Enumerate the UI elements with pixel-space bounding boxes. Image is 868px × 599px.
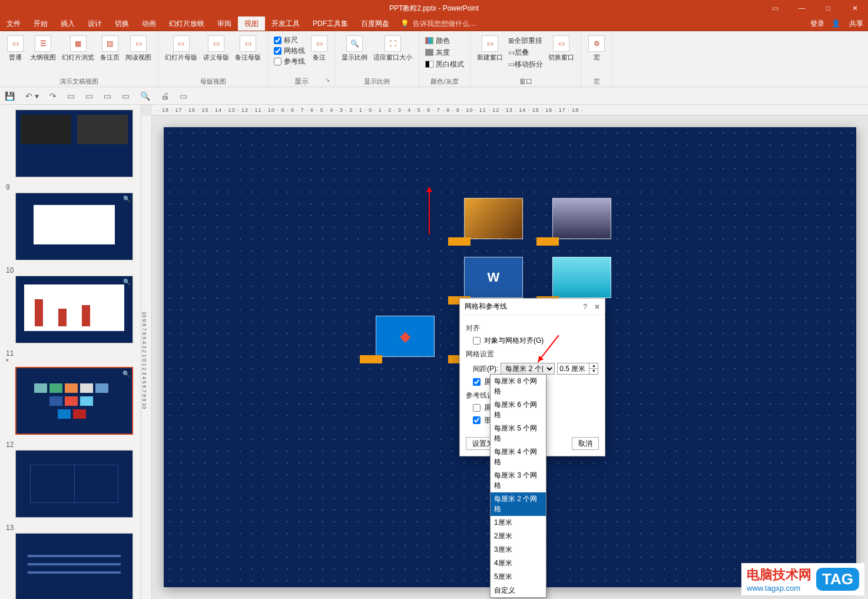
notes-master-button[interactable]: ▭备注母版 — [232, 34, 264, 63]
thumbnail[interactable]: 12 — [6, 441, 135, 518]
bw-mode-button[interactable]: 黑白模式 — [425, 58, 464, 70]
tab-pdf[interactable]: PDF工具集 — [306, 16, 355, 31]
qat-button-2[interactable]: ▭ — [85, 91, 93, 101]
show-dialog-launcher[interactable]: ↘ — [325, 75, 330, 85]
dropdown-option[interactable]: 3厘米 — [491, 543, 546, 557]
dropdown-option[interactable]: 每厘米 8 个网格 — [491, 375, 546, 398]
magnify-icon: 🔍 — [122, 370, 130, 377]
watermark-tag: TAG — [816, 568, 859, 591]
qat-button-4[interactable]: ▭ — [122, 91, 130, 101]
ruler-checkbox[interactable]: 标尺 — [274, 35, 305, 45]
tab-developer[interactable]: 开发工具 — [265, 16, 306, 31]
arrange-all-button[interactable]: ⊞ 全部重排 — [508, 35, 543, 47]
thumbnail-active[interactable]: 11*🔍 — [6, 349, 135, 435]
spacing-select[interactable]: 每厘米 2 个网格 — [501, 363, 555, 375]
dropdown-option[interactable]: 每厘米 4 个网格 — [491, 445, 546, 469]
zoom-button[interactable]: 🔍显示比例 — [339, 34, 370, 63]
gridlines-checkbox[interactable]: 网格线 — [274, 45, 305, 56]
thumbnail[interactable]: 10🔍 — [6, 266, 135, 343]
watermark-url: www.tagxp.com — [747, 584, 811, 593]
tell-me[interactable]: 💡 告诉我您想做什么… — [400, 16, 476, 31]
group-label: 显示↘ — [271, 76, 331, 87]
watermark-title: 电脑技术网 — [747, 566, 811, 584]
move-split-button[interactable]: ▭ 移动拆分 — [508, 58, 543, 70]
tab-file[interactable]: 文件 — [0, 16, 27, 31]
tab-design[interactable]: 设计 — [81, 16, 108, 31]
maximize-button[interactable]: □ — [815, 0, 842, 16]
quick-access-toolbar: 💾 ↶ ▾ ↷ ▭ ▭ ▭ ▭ 🔍 🖨 ▭ — [0, 87, 868, 105]
group-label: 宏 — [585, 76, 608, 87]
qat-button-7[interactable]: ▭ — [180, 91, 187, 101]
outline-view-button[interactable]: ☰大纲视图 — [27, 34, 59, 63]
share-button[interactable]: 👤 共享 — [831, 19, 863, 29]
split-icon: ▭ — [508, 60, 515, 68]
new-window-button[interactable]: ▭新建窗口 — [474, 34, 506, 63]
group-show: 标尺 网格线 参考线 ▭备注 显示↘ — [268, 31, 335, 87]
tab-home[interactable]: 开始 — [27, 16, 54, 31]
tab-baidu[interactable]: 百度网盘 — [355, 16, 396, 31]
dialog-close-button[interactable]: ✕ — [594, 303, 600, 311]
tab-insert[interactable]: 插入 — [54, 16, 81, 31]
save-button[interactable]: 💾 — [5, 91, 15, 101]
dropdown-option[interactable]: 每厘米 5 个网格 — [491, 422, 546, 445]
spacing-cm-spinner[interactable]: ▲▼ — [557, 363, 598, 375]
dropdown-option[interactable]: 4厘米 — [491, 557, 546, 570]
slide-thumbnails[interactable]: 9🔍 10🔍 11*🔍 12 13 — [0, 105, 141, 599]
group-macros: ⚙宏 宏 — [581, 31, 612, 87]
reading-view-button[interactable]: ▭阅读视图 — [122, 34, 154, 63]
redo-button[interactable]: ↷ — [49, 91, 57, 101]
thumbnail[interactable] — [6, 110, 135, 177]
annotation-arrow-1 — [429, 187, 430, 234]
grayscale-mode-button[interactable]: 灰度 — [425, 47, 464, 58]
qat-button-1[interactable]: ▭ — [67, 91, 75, 101]
guides-checkbox[interactable]: 参考线 — [274, 56, 305, 67]
minimize-button[interactable]: — — [789, 0, 815, 16]
dropdown-option-selected[interactable]: 每厘米 2 个网格 — [491, 492, 546, 516]
dropdown-option[interactable]: 每厘米 6 个网格 — [491, 398, 546, 422]
notes-button[interactable]: ▭备注 — [307, 34, 331, 63]
animation-star-icon: * — [6, 358, 9, 366]
tab-view[interactable]: 视图 — [238, 16, 265, 31]
spin-down[interactable]: ▼ — [589, 369, 598, 374]
thumbnail[interactable]: 9🔍 — [6, 183, 135, 260]
color-mode-button[interactable]: 颜色 — [425, 35, 464, 47]
qat-button-3[interactable]: ▭ — [104, 91, 111, 101]
switch-window-button[interactable]: ▭切换窗口 — [545, 34, 577, 63]
qat-button-5[interactable]: 🔍 — [140, 91, 150, 101]
handout-master-button[interactable]: ▭讲义母版 — [200, 34, 232, 63]
spacing-label: 间距(P): — [473, 364, 498, 374]
spacing-cm-input[interactable] — [557, 363, 589, 375]
snap-to-grid-checkbox[interactable]: 对象与网格对齐(G) — [473, 336, 599, 346]
tab-review[interactable]: 审阅 — [211, 16, 238, 31]
dropdown-option[interactable]: 每厘米 3 个网格 — [491, 469, 546, 492]
normal-view-button[interactable]: ▭普通 — [4, 34, 27, 63]
dialog-titlebar[interactable]: 网格和参考线 ? ✕ — [460, 299, 605, 315]
sorter-view-button[interactable]: ▦幻灯片浏览 — [59, 34, 97, 63]
dropdown-option[interactable]: 1厘米 — [491, 516, 546, 529]
macros-button[interactable]: ⚙宏 — [585, 34, 608, 63]
qat-button-6[interactable]: 🖨 — [161, 91, 169, 101]
tab-animation[interactable]: 动画 — [135, 16, 163, 31]
tell-me-placeholder: 告诉我您想做什么… — [413, 19, 476, 29]
undo-button[interactable]: ↶ ▾ — [25, 91, 39, 101]
cancel-button[interactable]: 取消 — [572, 437, 599, 450]
spacing-dropdown-list[interactable]: 每厘米 8 个网格 每厘米 6 个网格 每厘米 5 个网格 每厘米 4 个网格 … — [490, 374, 546, 598]
slide-stage: · 18 · 17 · 16 · 15 · 14 · 13 · 12 · 11 … — [141, 105, 868, 599]
tab-slideshow[interactable]: 幻灯片放映 — [163, 16, 211, 31]
login-button[interactable]: 登录 — [810, 19, 824, 29]
tab-transition[interactable]: 切换 — [108, 16, 135, 31]
thumbnail[interactable]: 13 — [6, 524, 135, 599]
ribbon-options-button[interactable]: ▭ — [762, 0, 789, 16]
group-label: 窗口 — [474, 76, 577, 87]
spin-up[interactable]: ▲ — [589, 363, 598, 369]
slide-master-button[interactable]: ▭幻灯片母版 — [162, 34, 200, 63]
dropdown-option[interactable]: 自定义 — [491, 584, 546, 597]
dropdown-option[interactable]: 2厘米 — [491, 529, 546, 543]
dialog-help-button[interactable]: ? — [583, 303, 587, 311]
notes-page-button[interactable]: ▤备注页 — [97, 34, 122, 63]
close-button[interactable]: ✕ — [842, 0, 868, 16]
ribbon: ▭普通 ☰大纲视图 ▦幻灯片浏览 ▤备注页 ▭阅读视图 演示文稿视图 ▭幻灯片母… — [0, 31, 868, 87]
dropdown-option[interactable]: 5厘米 — [491, 570, 546, 584]
cascade-button[interactable]: ▭ 层叠 — [508, 47, 543, 58]
fit-window-button[interactable]: ⛶适应窗口大小 — [370, 34, 415, 63]
